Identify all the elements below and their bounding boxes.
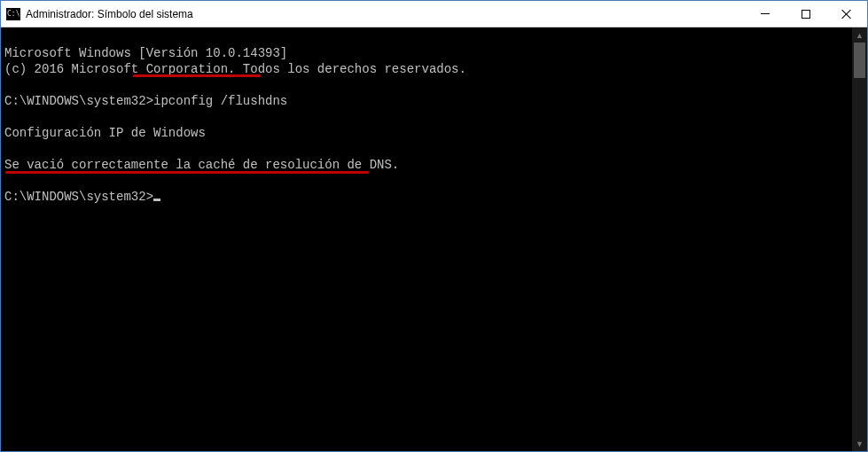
terminal-output[interactable]: Microsoft Windows [Versión 10.0.14393](c… <box>1 27 852 451</box>
minimize-button[interactable] <box>745 1 786 27</box>
window-title: Administrador: Símbolo del sistema <box>26 8 745 20</box>
output-line: Configuración IP de Windows <box>4 125 848 141</box>
cursor <box>153 199 160 201</box>
output-line <box>4 173 848 189</box>
prompt-line: C:\WINDOWS\system32> <box>4 189 848 205</box>
terminal-area: Microsoft Windows [Versión 10.0.14393](c… <box>1 27 867 451</box>
maximize-button[interactable] <box>786 1 826 27</box>
prompt-path: C:\WINDOWS\system32> <box>4 94 153 108</box>
highlight-underline <box>5 171 369 174</box>
scroll-up-button[interactable]: ▲ <box>852 27 867 43</box>
prompt-path: C:\WINDOWS\system32> <box>4 190 153 204</box>
minimize-icon <box>761 13 770 14</box>
command-prompt-window: C:\ Administrador: Símbolo del sistema M… <box>0 0 868 452</box>
highlight-underline <box>133 74 261 77</box>
scrollbar[interactable]: ▲ ▼ <box>852 27 867 451</box>
close-button[interactable] <box>826 1 867 27</box>
output-line <box>4 77 848 93</box>
output-line: (c) 2016 Microsoft Corporation. Todos lo… <box>4 61 848 77</box>
output-line: Microsoft Windows [Versión 10.0.14393] <box>4 45 848 61</box>
output-line <box>4 109 848 125</box>
prompt-command: ipconfig /flushdns <box>153 94 287 108</box>
scroll-down-button[interactable]: ▼ <box>852 436 867 451</box>
titlebar[interactable]: C:\ Administrador: Símbolo del sistema <box>1 1 867 27</box>
window-controls <box>745 1 867 27</box>
prompt-line: C:\WINDOWS\system32>ipconfig /flushdns <box>4 93 848 109</box>
cmd-icon: C:\ <box>6 8 20 20</box>
scroll-thumb[interactable] <box>854 43 865 78</box>
maximize-icon <box>802 10 810 19</box>
output-line <box>4 141 848 157</box>
close-icon <box>841 9 852 19</box>
